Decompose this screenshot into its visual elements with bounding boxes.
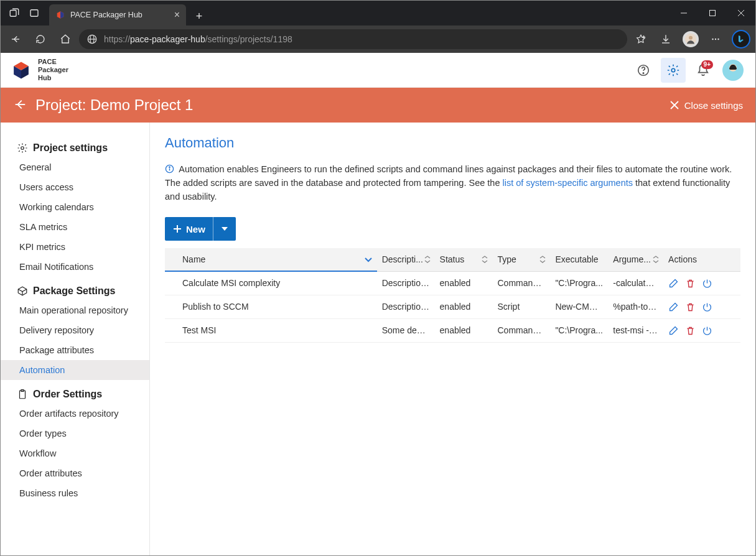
sidebar-item[interactable]: Package attributes [1,340,149,360]
svg-point-20 [671,68,675,72]
sidebar-item[interactable]: Business rules [1,483,149,503]
favorites-button[interactable] [630,28,652,50]
system-arguments-link[interactable]: list of system-specific arguments [502,178,633,188]
col-executable[interactable]: Executable [550,248,608,271]
gear-icon [17,142,28,154]
sort-icon [652,256,660,263]
cell-executable: "C:\Progra... [550,271,608,295]
sort-icon [481,256,488,263]
delete-icon[interactable] [685,325,696,336]
nav-back-button[interactable] [4,28,27,50]
power-icon[interactable] [702,325,712,336]
automation-table: Name Descripti... Status Type Executable… [165,248,740,343]
browser-tab[interactable]: PACE Packager Hub × [49,4,186,25]
svg-point-15 [712,39,713,40]
sidebar-item[interactable]: KPI metrics [1,237,149,257]
close-icon [670,100,679,110]
cell-arguments: test-msi --v... [608,318,663,342]
new-button[interactable]: New [165,217,236,241]
sidebar-item[interactable]: Workflow [1,443,149,463]
sidebar-item[interactable]: Automation [1,360,149,380]
more-button[interactable] [704,28,727,50]
tab-actions-icon[interactable] [4,3,24,23]
cell-status: enabled [435,271,493,295]
new-button-dropdown[interactable] [213,217,236,241]
downloads-button[interactable] [655,28,677,50]
svg-point-27 [21,147,24,150]
cell-description: Description ... [377,271,435,295]
sidebar-item[interactable]: Users access [1,177,149,197]
main-panel: Automation Automation enables Engineers … [150,123,755,555]
url-text: https://pace-packager-hub/settings/proje… [104,34,620,44]
edit-icon[interactable] [668,278,679,289]
tab-close-icon[interactable]: × [174,9,180,21]
brand-logo[interactable]: PACEPackagerHub [11,58,68,82]
profile-button[interactable] [679,28,702,50]
window-minimize-button[interactable] [670,1,698,25]
sidebar-section-package-settings: Package Settings [1,282,149,300]
sidebar-item[interactable]: Order artifacts repository [1,404,149,424]
notifications-button[interactable]: 9+ [691,58,716,83]
user-avatar[interactable] [721,58,745,83]
sidebar-item[interactable]: Delivery repository [1,320,149,340]
svg-point-14 [689,36,693,40]
cell-description: Some descr... [377,318,435,342]
sidebar-item[interactable]: Email Notifications [1,257,149,277]
sort-icon [539,256,546,263]
info-icon [165,164,174,174]
nav-refresh-button[interactable] [29,28,52,50]
table-row[interactable]: Test MSI Some descr... enabled Command l… [165,318,740,342]
svg-point-19 [643,72,643,73]
cell-type: Command li... [492,271,550,295]
site-info-icon[interactable] [86,34,98,45]
sidebar-item[interactable]: SLA metrics [1,217,149,237]
col-status[interactable]: Status [435,248,493,271]
help-button[interactable] [631,58,656,83]
cell-executable: "C:\Progra... [550,318,608,342]
cell-arguments: %path-to-o... [608,295,663,318]
edit-icon[interactable] [668,302,679,312]
project-header: Project: Demo Project 1 Close settings [1,88,755,123]
cell-type: Command li... [492,318,550,342]
svg-rect-1 [30,10,38,17]
window-maximize-button[interactable] [698,1,727,25]
col-name[interactable]: Name [165,248,377,271]
svg-rect-23 [729,67,737,70]
svg-point-16 [715,39,716,40]
package-icon [17,285,28,297]
delete-icon[interactable] [685,278,696,289]
tab-list-icon[interactable] [24,3,44,23]
back-button[interactable] [13,98,27,113]
close-settings-button[interactable]: Close settings [670,100,743,111]
tab-title: PACE Packager Hub [70,11,142,19]
sidebar-item[interactable]: General [1,157,149,177]
sidebar-item[interactable]: Main operational repository [1,300,149,320]
col-type[interactable]: Type [492,248,550,271]
window-close-button[interactable] [727,1,755,25]
sidebar-item[interactable]: Order attributes [1,463,149,483]
new-tab-button[interactable]: + [190,7,208,25]
clipboard-icon [17,389,28,400]
delete-icon[interactable] [685,302,696,312]
cube-icon [11,60,32,81]
nav-home-button[interactable] [54,28,77,50]
power-icon[interactable] [702,302,712,312]
power-icon[interactable] [702,278,712,289]
bing-button[interactable] [732,30,750,49]
address-bar[interactable]: https://pace-packager-hub/settings/proje… [79,29,627,49]
table-row[interactable]: Publish to SCCM Description ... enabled … [165,295,740,318]
cell-name: Calculate MSI complexity [165,271,377,295]
cell-type: Script [492,295,550,318]
col-description[interactable]: Descripti... [377,248,435,271]
page-title: Automation [165,135,740,151]
sidebar-item[interactable]: Working calendars [1,197,149,217]
new-button-main[interactable]: New [165,217,213,241]
cell-name: Test MSI [165,318,377,342]
table-row[interactable]: Calculate MSI complexity Description ...… [165,271,740,295]
col-arguments[interactable]: Argume... [608,248,663,271]
edit-icon[interactable] [668,325,679,336]
sidebar-item[interactable]: Order types [1,424,149,443]
notification-badge: 9+ [701,60,713,69]
settings-button[interactable] [661,58,686,83]
cell-name: Publish to SCCM [165,295,377,318]
